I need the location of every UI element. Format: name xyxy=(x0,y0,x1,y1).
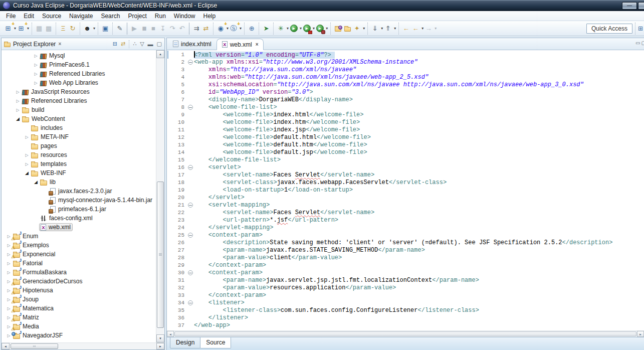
expand-arrow-icon[interactable]: ▷ xyxy=(15,90,21,94)
view-maximize-button[interactable]: ▢ xyxy=(157,41,162,47)
editor-horizontal-scrollbar[interactable]: ◄ ► xyxy=(167,330,644,337)
scroll-up-arrow[interactable]: ▲ xyxy=(156,50,164,58)
skip-all-breakpoints-button[interactable]: ⇉ xyxy=(192,24,201,34)
new-javaee-wizard-button[interactable]: ⊞+ xyxy=(17,24,26,34)
sync-with-server-button[interactable]: ↻ xyxy=(68,24,77,34)
expand-arrow-icon[interactable]: ▷ xyxy=(6,270,12,275)
code-line-31[interactable]: 31 <param-name>javax.servlet.jsp.jstl.fm… xyxy=(167,277,644,284)
user-profile-dropdown-icon[interactable]: ▾ xyxy=(93,26,95,31)
code-line-33[interactable]: 33 </context-param> xyxy=(167,292,644,299)
web-browser-button[interactable]: ⊕ xyxy=(247,24,256,34)
tree-item-resources[interactable]: ▷resources xyxy=(2,150,156,159)
collapse-all-button[interactable]: ⊟ xyxy=(113,41,117,47)
code-line-13[interactable]: 13 <welcome-file>default.htm</welcome-fi… xyxy=(167,141,644,149)
code-line-25[interactable]: 25 <context-param> xyxy=(167,232,644,239)
external-tools-button[interactable]: ✳ xyxy=(276,24,285,34)
open-type-button[interactable] xyxy=(333,24,342,34)
scroll-right-arrow[interactable]: ► xyxy=(156,343,164,349)
new-web-service-button[interactable]: ◉+ xyxy=(216,24,225,34)
collapse-fold-icon[interactable] xyxy=(188,60,193,65)
code-editor[interactable]: 1<?xml version="1.0" encoding="UTF-8"?>2… xyxy=(167,50,644,330)
project-tree[interactable]: ▷Mysql▷PrimeFaces6.1▷Referenced Librarie… xyxy=(2,50,156,342)
editor-hscrollbar-thumb[interactable] xyxy=(174,331,636,336)
coverage-dropdown-icon[interactable]: ▾ xyxy=(326,26,328,31)
save-button[interactable]: ▦ xyxy=(35,24,44,34)
close-view-icon[interactable]: × xyxy=(58,41,61,47)
tree-item-webcontent[interactable]: ◢WebContent xyxy=(2,114,156,123)
mark-occurrences-button[interactable]: ✎ xyxy=(115,24,124,34)
code-line-37[interactable]: 37</web-app> xyxy=(167,322,644,329)
menu-navigate[interactable]: Navigate xyxy=(65,12,97,21)
view-minimize-button[interactable]: ▬ xyxy=(148,41,153,47)
run-button[interactable]: ▶ xyxy=(289,24,298,34)
focus-button[interactable]: ∴ xyxy=(133,41,136,47)
launch-client-button[interactable]: ➤ xyxy=(262,24,271,34)
code-line-6[interactable]: 6 id="WebApp_ID" version="3.0"> xyxy=(167,89,644,96)
search-dropdown-icon[interactable]: ▾ xyxy=(363,26,365,31)
tree-item-matematica[interactable]: ▷⚠Matematica xyxy=(2,304,156,313)
expand-arrow-icon[interactable]: ▷ xyxy=(33,54,39,58)
editor-scroll-left-arrow[interactable]: ◄ xyxy=(167,331,174,337)
tree-item-web-inf[interactable]: ◢WEB-INF xyxy=(2,168,156,178)
tree-item-javascript-resources[interactable]: ▷JavaScript Resources xyxy=(2,87,156,96)
collapse-fold-icon[interactable] xyxy=(188,270,193,275)
expand-arrow-icon[interactable]: ▷ xyxy=(15,99,21,103)
tree-horizontal-scrollbar[interactable]: ◄ ► xyxy=(2,342,164,349)
tree-hscrollbar-thumb[interactable] xyxy=(11,343,58,349)
previous-annotation-dropdown-icon[interactable]: ▾ xyxy=(394,26,396,31)
collapse-fold-icon[interactable] xyxy=(188,233,193,238)
editor-tab-index-xhtml[interactable]: index.xhtml xyxy=(168,38,217,50)
next-annotation-button[interactable]: ⇓ xyxy=(370,24,379,34)
back-button[interactable]: ← xyxy=(411,24,420,34)
code-line-23[interactable]: 23 <url-pattern>*.jsf</url-pattern> xyxy=(167,217,644,224)
tree-item-gerenciadordecursos[interactable]: ▷⚠GerenciadorDeCursos xyxy=(2,277,156,286)
collapse-fold-icon[interactable] xyxy=(188,105,193,110)
back-dropdown-icon[interactable]: ▾ xyxy=(421,26,423,31)
expand-arrow-icon[interactable]: ▷ xyxy=(33,63,39,67)
new-service-dropdown-icon[interactable]: ▾ xyxy=(240,26,242,31)
tree-item-exemplos[interactable]: ▷⚠Exemplos xyxy=(2,241,156,250)
close-tab-icon[interactable]: × xyxy=(256,42,259,47)
menu-project[interactable]: Project xyxy=(124,12,150,21)
tree-item-faces-config-xml[interactable]: faces-config.xml xyxy=(2,214,156,223)
menu-run[interactable]: Run xyxy=(151,12,170,21)
tree-item-mysql[interactable]: ▷Mysql xyxy=(2,51,156,60)
menu-help[interactable]: Help xyxy=(199,12,220,21)
maximize-button[interactable] xyxy=(638,2,644,10)
save-all-button[interactable]: ▩ xyxy=(44,24,53,34)
forward-dropdown-icon[interactable]: ▾ xyxy=(435,26,437,31)
tree-item-hipotenusa[interactable]: ▷⚠Hipotenusa xyxy=(2,286,156,295)
code-line-14[interactable]: 14 <welcome-file>default.jsp</welcome-fi… xyxy=(167,149,644,156)
tree-item-pages[interactable]: pages xyxy=(2,141,156,150)
tree-item-referenced-libraries[interactable]: ▷Referenced Libraries xyxy=(2,96,156,105)
last-edit-location-button[interactable]: ← xyxy=(401,24,410,34)
code-line-18[interactable]: 18 <servlet-class>javax.faces.webapp.Fac… xyxy=(167,179,644,187)
code-line-2[interactable]: 2<web-app xmlns:xsi="http://www.w3.org/2… xyxy=(167,59,644,66)
code-line-16[interactable]: 16 <servlet> xyxy=(167,164,644,171)
coverage-button[interactable]: ▶ xyxy=(315,24,324,34)
forward-button[interactable]: → xyxy=(424,24,433,34)
step-return-button[interactable]: ↶ xyxy=(177,24,186,34)
tree-item-lib[interactable]: ◢lib xyxy=(2,178,156,187)
external-tools-dropdown-icon[interactable]: ▾ xyxy=(287,26,289,31)
collapse-arrow-icon[interactable]: ◢ xyxy=(33,180,39,185)
tree-item-jsoup[interactable]: ▷⚠Jsoup xyxy=(2,295,156,304)
code-line-27[interactable]: 27 <param-name>javax.faces.STATE_SAVING_… xyxy=(167,247,644,254)
code-line-36[interactable]: 36 </listener> xyxy=(167,314,644,322)
tree-item-fatorial[interactable]: ▷Fatorial xyxy=(2,259,156,268)
tree-item-build[interactable]: ▷build xyxy=(2,105,156,114)
code-line-12[interactable]: 12 <welcome-file>default.html</welcome-f… xyxy=(167,134,644,141)
tree-item-javax-faces-2-3-0-jar[interactable]: javax.faces-2.3.0.jar xyxy=(2,187,156,196)
expand-arrow-icon[interactable]: ▷ xyxy=(24,162,30,166)
tree-scrollbar-thumb[interactable] xyxy=(157,182,164,328)
code-line-35[interactable]: 35 <listener-class>com.sun.faces.config.… xyxy=(167,307,644,314)
run-on-server-dropdown-icon[interactable]: ▾ xyxy=(313,26,315,31)
code-line-34[interactable]: 34 <listener> xyxy=(167,299,644,307)
tree-item-media[interactable]: ▷⚠Media xyxy=(2,322,156,331)
search-button[interactable]: ✦ xyxy=(352,24,361,34)
view-menu-button[interactable]: ▽ xyxy=(140,41,144,47)
code-line-30[interactable]: 30 <context-param> xyxy=(167,269,644,277)
terminate-button[interactable]: ■ xyxy=(149,24,158,34)
expand-arrow-icon[interactable]: ▷ xyxy=(6,261,12,266)
expand-arrow-icon[interactable]: ▷ xyxy=(24,135,30,139)
